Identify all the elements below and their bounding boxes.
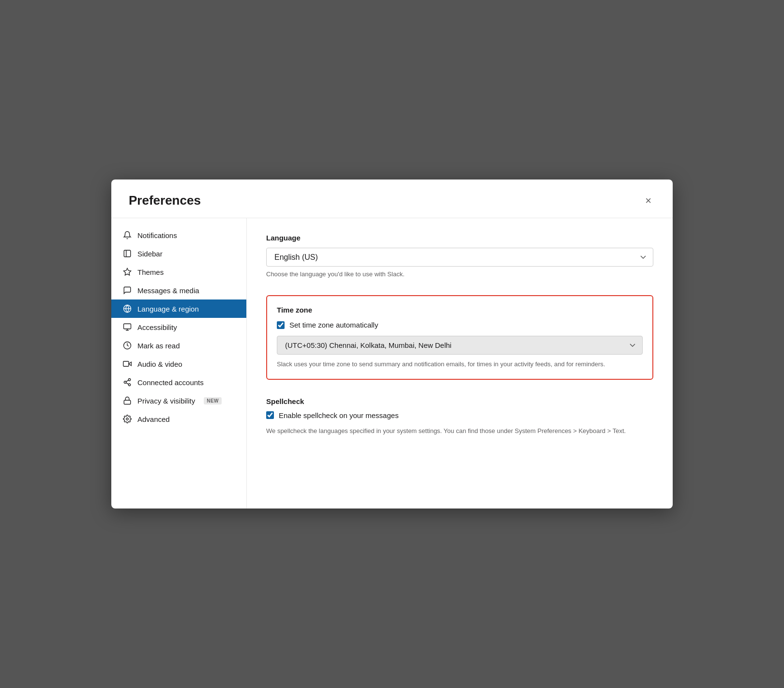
svg-rect-4 bbox=[124, 324, 131, 329]
svg-point-10 bbox=[128, 379, 131, 381]
auto-timezone-checkbox[interactable] bbox=[277, 321, 285, 329]
sidebar-label-notifications: Notifications bbox=[137, 231, 177, 239]
svg-rect-0 bbox=[124, 250, 131, 257]
svg-point-16 bbox=[126, 418, 129, 420]
sidebar-label-advanced: Advanced bbox=[137, 415, 170, 423]
spellcheck-description: We spellcheck the languages specified in… bbox=[266, 426, 653, 436]
modal-body: Notifications Sidebar bbox=[111, 218, 673, 509]
sidebar-label-mark-as-read: Mark as read bbox=[137, 342, 180, 350]
spellcheck-checkbox[interactable] bbox=[266, 411, 274, 419]
svg-rect-9 bbox=[123, 361, 129, 367]
sidebar-icon bbox=[123, 249, 132, 258]
connected-icon bbox=[123, 378, 132, 387]
sidebar-label-audio-video: Audio & video bbox=[137, 360, 182, 368]
sidebar-item-messages-media[interactable]: Messages & media bbox=[111, 281, 246, 299]
sidebar-item-sidebar[interactable]: Sidebar bbox=[111, 244, 246, 263]
sidebar-item-privacy-visibility[interactable]: Privacy & visibility NEW bbox=[111, 391, 246, 410]
sidebar-item-connected-accounts[interactable]: Connected accounts bbox=[111, 373, 246, 391]
accessibility-icon bbox=[123, 323, 132, 331]
sidebar-label-privacy-visibility: Privacy & visibility bbox=[137, 397, 195, 405]
auto-timezone-row: Set time zone automatically bbox=[277, 321, 643, 329]
svg-line-14 bbox=[126, 380, 128, 382]
sidebar-item-advanced[interactable]: Advanced bbox=[111, 410, 246, 428]
sidebar-item-audio-video[interactable]: Audio & video bbox=[111, 355, 246, 373]
svg-marker-8 bbox=[129, 362, 131, 366]
sidebar-item-language-region[interactable]: Language & region bbox=[111, 299, 246, 318]
auto-timezone-label[interactable]: Set time zone automatically bbox=[289, 321, 378, 329]
new-badge: NEW bbox=[204, 397, 222, 404]
modal-title: Preferences bbox=[129, 193, 201, 208]
timezone-description: Slack uses your time zone to send summar… bbox=[277, 359, 643, 369]
sidebar-label-connected-accounts: Connected accounts bbox=[137, 378, 204, 387]
privacy-icon bbox=[123, 396, 132, 405]
language-select[interactable]: English (US) English (UK) French German … bbox=[266, 248, 653, 267]
mark-read-icon bbox=[123, 341, 132, 350]
svg-point-11 bbox=[124, 381, 126, 384]
preferences-modal: Preferences × Notifications bbox=[111, 179, 673, 509]
timezone-section-title: Time zone bbox=[277, 306, 643, 314]
bell-icon bbox=[123, 231, 132, 239]
svg-point-12 bbox=[128, 384, 131, 386]
language-section-title: Language bbox=[266, 234, 653, 242]
sidebar-label-sidebar: Sidebar bbox=[137, 250, 163, 258]
sidebar-item-themes[interactable]: Themes bbox=[111, 263, 246, 281]
sidebar-label-language-region: Language & region bbox=[137, 305, 199, 313]
svg-line-13 bbox=[126, 383, 128, 384]
audio-video-icon bbox=[123, 359, 132, 368]
sidebar-label-accessibility: Accessibility bbox=[137, 323, 177, 331]
sidebar: Notifications Sidebar bbox=[111, 218, 247, 509]
svg-rect-15 bbox=[124, 400, 131, 404]
timezone-select[interactable]: (UTC+05:30) Chennai, Kolkata, Mumbai, Ne… bbox=[277, 336, 643, 355]
advanced-icon bbox=[123, 415, 132, 423]
globe-icon bbox=[123, 304, 132, 313]
sidebar-label-themes: Themes bbox=[137, 268, 164, 276]
language-description: Choose the language you'd like to use wi… bbox=[266, 270, 653, 278]
spellcheck-section: Spellcheck Enable spellcheck on your mes… bbox=[266, 397, 653, 436]
content-area: Language English (US) English (UK) Frenc… bbox=[247, 218, 673, 509]
spellcheck-row: Enable spellcheck on your messages bbox=[266, 411, 653, 419]
sidebar-item-accessibility[interactable]: Accessibility bbox=[111, 318, 246, 336]
language-section: Language English (US) English (UK) Frenc… bbox=[266, 234, 653, 278]
modal-header: Preferences × bbox=[111, 179, 673, 218]
spellcheck-label[interactable]: Enable spellcheck on your messages bbox=[279, 411, 399, 419]
sidebar-label-messages-media: Messages & media bbox=[137, 286, 199, 295]
sidebar-item-mark-as-read[interactable]: Mark as read bbox=[111, 336, 246, 355]
messages-icon bbox=[123, 286, 132, 295]
sidebar-item-notifications[interactable]: Notifications bbox=[111, 226, 246, 244]
close-button[interactable]: × bbox=[641, 194, 655, 208]
timezone-section: Time zone Set time zone automatically (U… bbox=[266, 295, 653, 380]
themes-icon bbox=[123, 268, 132, 276]
spellcheck-section-title: Spellcheck bbox=[266, 397, 653, 405]
